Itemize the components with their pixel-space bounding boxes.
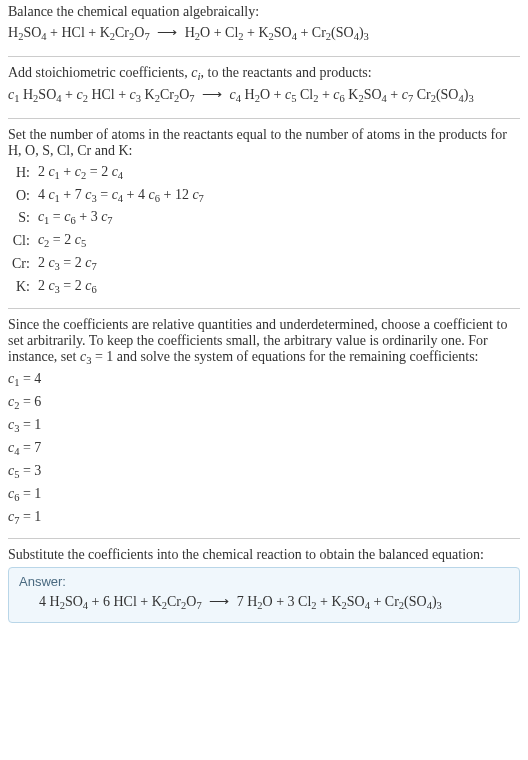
arrow-icon: ⟶	[198, 87, 226, 102]
element-eq: 2 c3 = 2 c7	[34, 252, 208, 275]
element-label: K:	[8, 275, 34, 298]
answer-rhs: 7 H2O + 3 Cl2 + K2SO4 + Cr2(SO4)3	[237, 594, 442, 609]
caption-add-coeff-a: Add stoichiometric coefficients,	[8, 65, 191, 80]
table-row: Cr:2 c3 = 2 c7	[8, 252, 208, 275]
element-eq: 2 c3 = 2 c6	[34, 275, 208, 298]
caption-balance: Balance the chemical equation algebraica…	[8, 4, 520, 20]
element-eq: c1 = c6 + 3 c7	[34, 206, 208, 229]
caption-add-coeff-b: , to the reactants and products:	[201, 65, 372, 80]
section-balance-intro: Balance the chemical equation algebraica…	[8, 4, 520, 56]
balanced-equation: 4 H2SO4 + 6 HCl + K2Cr2O7 ⟶ 7 H2O + 3 Cl…	[19, 593, 509, 611]
eq-rhs: H2O + Cl2 + K2SO4 + Cr2(SO4)3	[185, 25, 369, 40]
table-row: Cl:c2 = 2 c5	[8, 229, 208, 252]
list-item: c2 = 6	[8, 391, 520, 414]
element-label: H:	[8, 161, 34, 184]
element-label: S:	[8, 206, 34, 229]
list-item: c7 = 1	[8, 506, 520, 529]
unbalanced-equation: H2SO4 + HCl + K2Cr2O7 ⟶ H2O + Cl2 + K2SO…	[8, 22, 520, 46]
eq-lhs: H2SO4 + HCl + K2Cr2O7	[8, 25, 150, 40]
list-item: c3 = 1	[8, 414, 520, 437]
caption-substitute: Substitute the coefficients into the che…	[8, 547, 520, 563]
ci-symbol: ci	[191, 65, 200, 80]
table-row: K:2 c3 = 2 c6	[8, 275, 208, 298]
coeff-eq-lhs: c1 H2SO4 + c2 HCl + c3 K2Cr2O7	[8, 87, 195, 102]
list-item: c6 = 1	[8, 483, 520, 506]
section-atom-balance: Set the number of atoms in the reactants…	[8, 118, 520, 308]
arrow-icon: ⟶	[205, 594, 233, 609]
caption-solve: Since the coefficients are relative quan…	[8, 317, 520, 366]
caption-atom-balance: Set the number of atoms in the reactants…	[8, 127, 520, 159]
coeff-equation: c1 H2SO4 + c2 HCl + c3 K2Cr2O7 ⟶ c4 H2O …	[8, 84, 520, 108]
list-item: c1 = 4	[8, 368, 520, 391]
section-answer: Substitute the coefficients into the che…	[8, 538, 520, 632]
answer-lhs: 4 H2SO4 + 6 HCl + K2Cr2O7	[39, 594, 202, 609]
answer-box: Answer: 4 H2SO4 + 6 HCl + K2Cr2O7 ⟶ 7 H2…	[8, 567, 520, 622]
caption-add-coeff: Add stoichiometric coefficients, ci, to …	[8, 65, 520, 82]
element-label: O:	[8, 184, 34, 207]
table-row: H:2 c1 + c2 = 2 c4	[8, 161, 208, 184]
table-row: O:4 c1 + 7 c3 = c4 + 4 c6 + 12 c7	[8, 184, 208, 207]
coefficient-list: c1 = 4 c2 = 6 c3 = 1 c4 = 7 c5 = 3 c6 = …	[8, 368, 520, 528]
balance-equations-table: H:2 c1 + c2 = 2 c4 O:4 c1 + 7 c3 = c4 + …	[8, 161, 208, 298]
table-row: S:c1 = c6 + 3 c7	[8, 206, 208, 229]
list-item: c5 = 3	[8, 460, 520, 483]
coeff-eq-rhs: c4 H2O + c5 Cl2 + c6 K2SO4 + c7 Cr2(SO4)…	[230, 87, 474, 102]
answer-label: Answer:	[19, 574, 509, 589]
element-label: Cl:	[8, 229, 34, 252]
arrow-icon: ⟶	[153, 25, 181, 40]
element-eq: 2 c1 + c2 = 2 c4	[34, 161, 208, 184]
list-item: c4 = 7	[8, 437, 520, 460]
section-add-coefficients: Add stoichiometric coefficients, ci, to …	[8, 56, 520, 118]
element-label: Cr:	[8, 252, 34, 275]
section-solve-coefficients: Since the coefficients are relative quan…	[8, 308, 520, 538]
element-eq: 4 c1 + 7 c3 = c4 + 4 c6 + 12 c7	[34, 184, 208, 207]
element-eq: c2 = 2 c5	[34, 229, 208, 252]
